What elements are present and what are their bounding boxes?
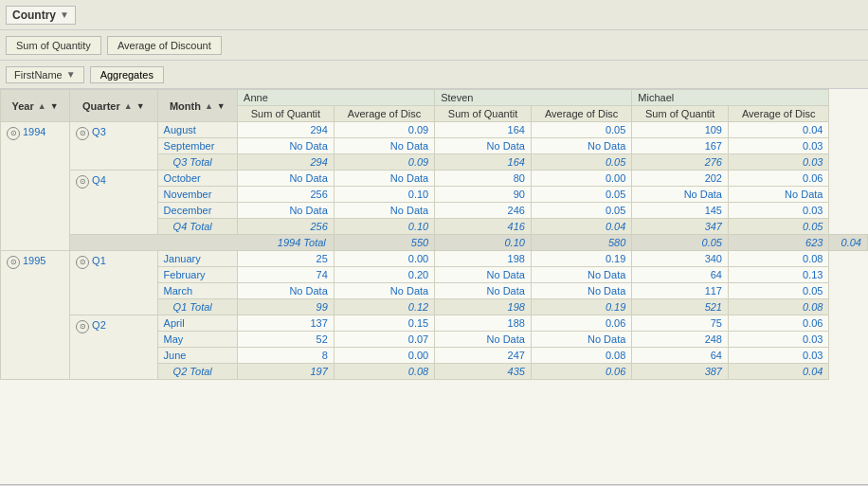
data-cell: 0.00 — [334, 251, 434, 267]
month-header[interactable]: Month ▲ ▼ — [157, 90, 238, 122]
year-total-label: 1994 Total — [70, 235, 335, 251]
data-cell: 197 — [238, 364, 335, 380]
year-cell: ⊙1994 — [1, 122, 70, 251]
data-cell: 276 — [632, 154, 729, 171]
data-cell: 52 — [238, 332, 335, 348]
data-cell: 387 — [632, 364, 729, 380]
steven-qty-header: Sum of Quantit — [435, 106, 532, 122]
michael-header: Michael — [632, 90, 829, 106]
data-cell: 0.12 — [334, 299, 434, 315]
data-cell: 340 — [632, 251, 729, 267]
data-cell: 416 — [435, 219, 532, 235]
quarter-sort-icon: ▲ — [124, 101, 133, 111]
expand-icon[interactable]: ⊙ — [76, 127, 89, 140]
data-cell: 0.05 — [728, 219, 828, 235]
data-cell: 0.07 — [334, 332, 434, 348]
filter-bar: FirstName ▼ Aggregates — [0, 61, 868, 89]
quarter-total-label: Q3 Total — [157, 154, 238, 171]
data-cell: 75 — [632, 315, 729, 332]
data-cell: 74 — [238, 267, 335, 283]
average-of-discount-button[interactable]: Average of Discount — [107, 36, 222, 55]
month-cell: May — [157, 332, 238, 348]
quarter-total-label: Q4 Total — [157, 219, 238, 235]
year-header[interactable]: Year ▲ ▼ — [1, 90, 70, 122]
data-cell: 198 — [435, 251, 532, 267]
month-cell: August — [157, 122, 238, 138]
month-cell: February — [157, 267, 238, 283]
month-cell: March — [157, 283, 238, 299]
data-cell: No Data — [238, 171, 335, 187]
data-cell: 0.03 — [728, 203, 828, 219]
michael-qty-header: Sum of Quantit — [632, 106, 729, 122]
data-cell: 248 — [632, 332, 729, 348]
quarter-cell: ⊙Q2 — [70, 315, 158, 380]
country-dropdown-icon: ▼ — [60, 9, 69, 20]
data-cell: No Data — [435, 332, 532, 348]
expand-icon[interactable]: ⊙ — [76, 175, 89, 189]
data-cell: 435 — [435, 364, 532, 380]
data-cell: No Data — [531, 138, 631, 154]
data-cell: 167 — [632, 138, 729, 154]
month-cell: December — [157, 203, 238, 219]
data-cell: No Data — [728, 187, 828, 203]
month-filter-icon[interactable]: ▼ — [217, 101, 226, 111]
data-cell: 246 — [435, 203, 532, 219]
sum-of-quantity-button[interactable]: Sum of Quantity — [6, 36, 101, 55]
data-cell: No Data — [334, 283, 434, 299]
firstname-dropdown-icon: ▼ — [66, 69, 76, 80]
month-cell: April — [157, 315, 238, 332]
year-total-steven-qty: 580 — [531, 235, 631, 251]
quarter-cell: ⊙Q1 — [70, 251, 158, 315]
data-cell: 0.03 — [728, 154, 828, 171]
data-cell: 25 — [238, 251, 335, 267]
data-cell: No Data — [334, 171, 434, 187]
data-cell: 164 — [435, 154, 532, 171]
data-cell: No Data — [435, 283, 532, 299]
quarter-label: Quarter — [82, 100, 120, 112]
data-cell: 0.06 — [531, 364, 631, 380]
data-cell: 202 — [632, 171, 729, 187]
year-label: Year — [11, 100, 33, 112]
table-row: ⊙1994 ⊙Q3 August2940.091640.051090.04 — [1, 122, 868, 138]
year-cell: ⊙1995 — [1, 251, 70, 380]
data-cell: 0.00 — [334, 348, 434, 364]
steven-disc-header: Average of Disc — [531, 106, 631, 122]
year-total-steven-disc: 0.05 — [632, 235, 729, 251]
data-cell: 256 — [238, 219, 335, 235]
aggregates-button[interactable]: Aggregates — [90, 66, 164, 83]
data-cell: 0.06 — [728, 315, 828, 332]
table-row: ⊙Q2 April1370.151880.06750.06 — [1, 315, 868, 332]
data-cell: 294 — [238, 154, 335, 171]
data-cell: 145 — [632, 203, 729, 219]
data-cell: 90 — [435, 187, 532, 203]
data-cell: 8 — [238, 348, 335, 364]
data-cell: 0.00 — [531, 171, 631, 187]
quarter-header[interactable]: Quarter ▲ ▼ — [70, 90, 158, 122]
expand-icon[interactable]: ⊙ — [7, 127, 20, 140]
year-filter-icon[interactable]: ▼ — [50, 101, 59, 111]
data-cell: 0.05 — [728, 283, 828, 299]
year-total-michael-qty: 623 — [728, 235, 828, 251]
firstname-filter-button[interactable]: FirstName ▼ — [6, 66, 84, 83]
quarter-filter-icon[interactable]: ▼ — [136, 101, 145, 111]
data-cell: No Data — [334, 138, 434, 154]
expand-icon[interactable]: ⊙ — [76, 256, 89, 269]
month-cell: September — [157, 138, 238, 154]
data-cell: 0.10 — [334, 219, 434, 235]
data-cell: No Data — [238, 203, 335, 219]
data-cell: 0.04 — [728, 364, 828, 380]
country-filter-button[interactable]: Country ▼ — [6, 6, 76, 25]
data-cell: 294 — [238, 122, 335, 138]
month-label: Month — [170, 100, 201, 112]
data-cell: 137 — [238, 315, 335, 332]
expand-icon[interactable]: ⊙ — [76, 320, 89, 333]
country-label: Country — [12, 9, 56, 22]
month-cell: June — [157, 348, 238, 364]
measures-bar: Sum of Quantity Average of Discount — [0, 30, 868, 61]
expand-icon[interactable]: ⊙ — [7, 256, 20, 269]
data-cell: 0.10 — [334, 187, 434, 203]
data-cell: 0.08 — [728, 251, 828, 267]
data-cell: 0.04 — [728, 122, 828, 138]
data-cell: 0.08 — [531, 348, 631, 364]
month-cell: November — [157, 187, 238, 203]
